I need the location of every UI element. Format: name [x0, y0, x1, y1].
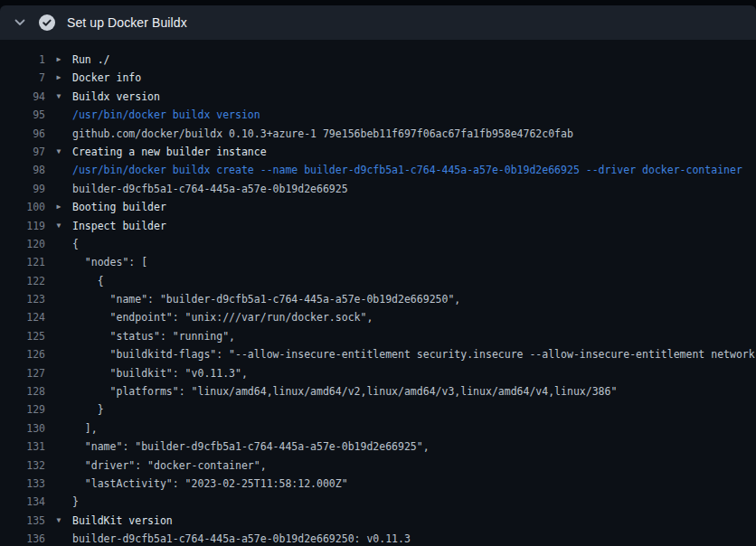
line-number[interactable]: 121	[0, 253, 45, 271]
log-viewer: Set up Docker Buildx 1 ▶ Run ./ 7 ▶ Dock…	[0, 0, 756, 546]
line-number[interactable]: 122	[0, 272, 45, 290]
group-toggle-icon[interactable]: ▼	[45, 143, 72, 161]
log-line[interactable]: 97 ▼ Creating a new builder instance	[0, 143, 756, 161]
line-number[interactable]: 99	[0, 180, 45, 198]
group-toggle-icon	[45, 419, 72, 438]
log-line: 123 "name": "builder-d9cfb5a1-c764-445a-…	[0, 290, 756, 308]
log-lines-container: 1 ▶ Run ./ 7 ▶ Docker info 94 ▼ Buildx v…	[0, 40, 756, 546]
line-number[interactable]: 129	[0, 400, 45, 419]
group-toggle-icon	[45, 530, 72, 546]
log-line: 131 "name": "builder-d9cfb5a1-c764-445a-…	[0, 438, 756, 456]
log-text: "platforms": "linux/amd64,linux/amd64/v2…	[72, 382, 617, 400]
group-toggle-icon	[45, 493, 72, 511]
chevron-down-icon[interactable]	[13, 15, 27, 30]
log-text: "buildkit": "v0.11.3",	[72, 364, 248, 382]
log-text: /usr/bin/docker buildx version	[72, 106, 260, 124]
line-number[interactable]: 124	[0, 308, 45, 326]
group-toggle-icon[interactable]: ▶	[45, 69, 72, 87]
group-toggle-icon[interactable]: ▼	[45, 217, 72, 235]
step-title: Set up Docker Buildx	[67, 15, 187, 30]
log-line: 120 {	[0, 235, 756, 253]
log-text[interactable]: Run ./	[72, 51, 110, 69]
line-number[interactable]: 96	[0, 125, 45, 143]
log-text[interactable]: Inspect builder	[72, 217, 166, 235]
log-line[interactable]: 100 ▶ Booting builder	[0, 198, 756, 216]
group-toggle-icon[interactable]: ▼	[45, 88, 72, 106]
log-text: "lastActivity": "2023-02-25T11:58:12.000…	[72, 475, 348, 493]
log-text: {	[72, 272, 104, 290]
group-toggle-icon	[45, 235, 72, 253]
line-number[interactable]: 128	[0, 382, 45, 400]
line-number[interactable]: 94	[0, 88, 45, 106]
line-number[interactable]: 95	[0, 106, 45, 124]
line-number[interactable]: 123	[0, 290, 45, 308]
group-toggle-icon	[45, 272, 72, 290]
log-text: builder-d9cfb5a1-c764-445a-a57e-0b19d2e6…	[72, 180, 348, 198]
log-text: "buildkitd-flags": "--allow-insecure-ent…	[72, 345, 756, 363]
line-number[interactable]: 130	[0, 419, 45, 438]
group-toggle-icon[interactable]: ▶	[45, 198, 72, 216]
line-number[interactable]: 125	[0, 327, 45, 345]
group-toggle-icon	[45, 438, 72, 456]
line-number[interactable]: 119	[0, 217, 45, 235]
log-line[interactable]: 1 ▶ Run ./	[0, 51, 756, 69]
log-line[interactable]: 119 ▼ Inspect builder	[0, 217, 756, 235]
group-toggle-icon	[45, 475, 72, 493]
group-toggle-icon	[45, 125, 72, 143]
log-text: "name": "builder-d9cfb5a1-c764-445a-a57e…	[72, 290, 460, 308]
line-number[interactable]: 100	[0, 198, 45, 216]
log-line: 124 "endpoint": "unix:///var/run/docker.…	[0, 308, 756, 326]
line-number[interactable]: 133	[0, 475, 45, 493]
line-number[interactable]: 135	[0, 512, 45, 530]
log-line: 128 "platforms": "linux/amd64,linux/amd6…	[0, 382, 756, 400]
line-number[interactable]: 131	[0, 438, 45, 456]
line-number[interactable]: 1	[0, 51, 45, 69]
log-line: 98 /usr/bin/docker buildx create --name …	[0, 161, 756, 179]
log-line: 125 "status": "running",	[0, 327, 756, 345]
line-number[interactable]: 97	[0, 143, 45, 161]
log-line[interactable]: 7 ▶ Docker info	[0, 69, 756, 87]
log-text: }	[72, 400, 104, 419]
line-number[interactable]: 136	[0, 530, 45, 546]
log-line: 126 "buildkitd-flags": "--allow-insecure…	[0, 345, 756, 363]
log-line: 99 builder-d9cfb5a1-c764-445a-a57e-0b19d…	[0, 180, 756, 198]
log-text[interactable]: BuildKit version	[72, 512, 173, 530]
line-number[interactable]: 7	[0, 69, 45, 87]
line-number[interactable]: 132	[0, 457, 45, 475]
group-toggle-icon[interactable]: ▶	[45, 51, 72, 69]
line-number[interactable]: 134	[0, 493, 45, 511]
group-toggle-icon	[45, 180, 72, 198]
step-header[interactable]: Set up Docker Buildx	[0, 5, 756, 40]
log-line: 133 "lastActivity": "2023-02-25T11:58:12…	[0, 475, 756, 493]
group-toggle-icon	[45, 290, 72, 308]
group-toggle-icon	[45, 161, 72, 179]
log-text[interactable]: Buildx version	[72, 88, 160, 106]
log-text: "driver": "docker-container",	[72, 457, 267, 475]
log-line[interactable]: 135 ▼ BuildKit version	[0, 512, 756, 530]
line-number[interactable]: 98	[0, 161, 45, 179]
group-toggle-icon	[45, 345, 72, 363]
log-text[interactable]: Creating a new builder instance	[72, 143, 267, 161]
log-line: 95 /usr/bin/docker buildx version	[0, 106, 756, 124]
log-text: "name": "builder-d9cfb5a1-c764-445a-a57e…	[72, 438, 430, 456]
log-text[interactable]: Booting builder	[72, 198, 166, 216]
log-text: github.com/docker/buildx 0.10.3+azure-1 …	[72, 125, 573, 143]
log-line: 132 "driver": "docker-container",	[0, 457, 756, 475]
group-toggle-icon[interactable]: ▼	[45, 512, 72, 530]
line-number[interactable]: 127	[0, 364, 45, 382]
line-number[interactable]: 126	[0, 345, 45, 363]
log-text: ],	[72, 419, 98, 438]
line-number[interactable]: 120	[0, 235, 45, 253]
log-text[interactable]: Docker info	[72, 69, 141, 87]
group-toggle-icon	[45, 106, 72, 124]
log-text: {	[72, 235, 79, 253]
log-line: 121 "nodes": [	[0, 253, 756, 271]
log-text: "endpoint": "unix:///var/run/docker.sock…	[72, 308, 373, 326]
group-toggle-icon	[45, 400, 72, 419]
log-line: 127 "buildkit": "v0.11.3",	[0, 364, 756, 382]
group-toggle-icon	[45, 382, 72, 400]
log-text: builder-d9cfb5a1-c764-445a-a57e-0b19d2e6…	[72, 530, 411, 546]
log-line: 122 {	[0, 272, 756, 290]
log-line: 96 github.com/docker/buildx 0.10.3+azure…	[0, 125, 756, 143]
log-line[interactable]: 94 ▼ Buildx version	[0, 88, 756, 106]
